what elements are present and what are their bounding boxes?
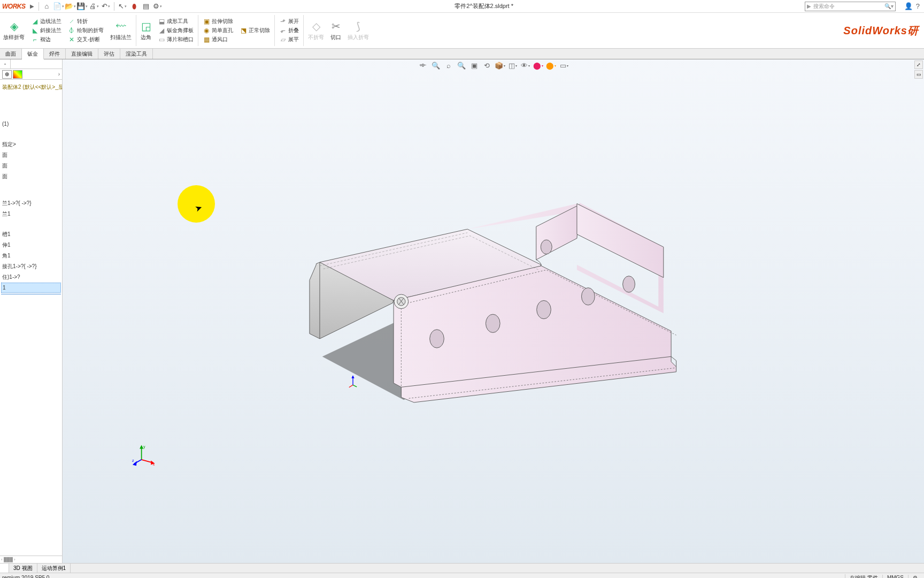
tab-surface[interactable]: 曲面 xyxy=(0,49,22,59)
unfold-button[interactable]: ⬏展开 xyxy=(279,17,299,26)
search-icon: ▶ xyxy=(807,3,811,9)
vent-button[interactable]: ▦通风口 xyxy=(203,35,233,44)
tab-render[interactable]: 渲染工具 xyxy=(120,49,153,59)
expand-icon[interactable]: ⤢ xyxy=(914,60,923,69)
svg-marker-11 xyxy=(351,375,354,378)
swept-flange-button[interactable]: ⬳扫描法兰 xyxy=(107,13,135,48)
svg-text:y: y xyxy=(143,445,145,449)
svg-text:z: z xyxy=(132,459,134,462)
tab-slot-button[interactable]: ▭薄片和槽口 xyxy=(158,35,194,44)
play-icon[interactable]: ▶ xyxy=(28,3,36,9)
tree-item-selected[interactable]: 1 xyxy=(1,283,61,293)
miter-flange-button[interactable]: ◣斜接法兰 xyxy=(31,26,61,35)
btab-model[interactable] xyxy=(0,564,9,573)
view-orientation-icon[interactable]: 📦 xyxy=(495,60,505,70)
side-tab-1[interactable]: ◦ xyxy=(0,59,11,69)
tree-icon[interactable]: ⊕ xyxy=(2,70,12,79)
tree-item[interactable]: 角1 xyxy=(1,250,61,261)
hem-button[interactable]: ⌐褶边 xyxy=(31,35,61,44)
tree-item[interactable]: 面 xyxy=(1,150,61,161)
status-units[interactable]: MMGS xyxy=(882,575,908,578)
svg-marker-15 xyxy=(140,445,143,449)
panel-icon[interactable]: ▭ xyxy=(914,70,923,79)
chevron-right-icon[interactable]: › xyxy=(58,71,60,77)
tree-item[interactable]: 面 xyxy=(1,161,61,171)
jog-button[interactable]: ⟋转折 xyxy=(68,17,104,26)
new-icon[interactable]: 📄 xyxy=(53,1,64,12)
tree-item[interactable]: (1) xyxy=(1,119,61,128)
section-view-icon[interactable]: ▣ xyxy=(469,60,479,70)
watermark: SolidWorks研 xyxy=(843,24,919,38)
hide-show-icon[interactable]: 👁 xyxy=(521,60,530,70)
fold-button[interactable]: ⬐折叠 xyxy=(279,26,299,35)
svg-point-8 xyxy=(623,276,635,292)
3d-viewport[interactable]: ⬲ 🔍 ⌕ 🔍 ▣ ⟲ 📦 ◫ 👁 ⬤ ⬤ ▭ ⤢ ▭ ➤ xyxy=(63,59,924,563)
corner-button[interactable]: ◲边角 xyxy=(137,13,155,48)
triad-icon[interactable]: ⬲ xyxy=(418,60,428,70)
sketched-bend-button[interactable]: ⦽绘制的折弯 xyxy=(68,26,104,35)
zoom-fit-icon[interactable]: 🔍 xyxy=(431,60,441,70)
tab-direct-edit[interactable]: 直接编辑 xyxy=(66,49,98,59)
zoom-area-icon[interactable]: ⌕ xyxy=(444,60,453,70)
config-icon[interactable] xyxy=(13,70,22,79)
tab-weldment[interactable]: 焊件 xyxy=(44,49,66,59)
rebuild-icon[interactable]: ⬮ xyxy=(129,1,140,12)
btab-motion[interactable]: 运动算例1 xyxy=(37,564,71,573)
flatten-button[interactable]: ▱展平 xyxy=(279,35,299,44)
user-icon[interactable]: 👤 xyxy=(904,2,913,10)
save-icon[interactable]: 💾 xyxy=(77,1,88,12)
ribbon: ◈放样折弯 ◢边线法兰 ◣斜接法兰 ⌐褶边 ⟋转折 ⦽绘制的折弯 ✕交叉-折断 … xyxy=(0,13,924,49)
open-icon[interactable]: 📂 xyxy=(65,1,76,12)
help-icon[interactable]: ? xyxy=(916,2,920,10)
normal-cut-button[interactable]: ⬔正常切除 xyxy=(240,26,270,35)
svg-line-13 xyxy=(353,385,357,387)
tree-item[interactable]: 槽1 xyxy=(1,229,61,240)
status-version: remium 2019 SP5.0 xyxy=(2,575,845,578)
svg-point-7 xyxy=(581,288,595,305)
tree-item[interactable]: 伸1 xyxy=(1,240,61,250)
tree-item[interactable]: 面 xyxy=(1,171,61,182)
tree-item[interactable]: 指定> xyxy=(1,139,61,150)
undo-icon[interactable]: ↶ xyxy=(101,1,111,12)
titlebar: WORKS ▶ ⌂ 📄 📂 💾 🖨 ↶ ↖ ⬮ ▤ ⚙ 零件2^装配体2.sld… xyxy=(0,0,924,13)
document-title: 零件2^装配体2.sldprt * xyxy=(164,2,805,10)
tab-sheetmetal[interactable]: 钣金 xyxy=(22,49,44,59)
tree-item[interactable]: 兰1 xyxy=(1,209,61,219)
status-edit-mode: 在编辑 零件 xyxy=(845,574,882,579)
print-icon[interactable]: 🖨 xyxy=(89,1,99,12)
cross-break-button[interactable]: ✕交叉-折断 xyxy=(68,35,104,44)
tree-item[interactable]: 接孔1->?{ ->?} xyxy=(1,261,61,272)
simple-hole-button[interactable]: ◉简单直孔 xyxy=(203,26,233,35)
statusbar: remium 2019 SP5.0 在编辑 零件 MMGS ⚙ xyxy=(0,573,924,578)
dynamic-icon[interactable]: ⟲ xyxy=(482,60,492,70)
feature-tabs: 曲面 钣金 焊件 直接编辑 评估 渲染工具 xyxy=(0,49,924,59)
tab-evaluate[interactable]: 评估 xyxy=(98,49,120,59)
btab-3dview[interactable]: 3D 视图 xyxy=(9,564,37,573)
options-icon[interactable]: ▤ xyxy=(141,1,151,12)
side-scrollbar[interactable]: ‹ ███ › xyxy=(0,556,62,563)
loft-bend-button[interactable]: ◈放样折弯 xyxy=(0,13,28,48)
status-gear-icon[interactable]: ⚙ xyxy=(908,575,922,578)
side-header: ⊕ › xyxy=(0,69,62,80)
select-icon[interactable]: ↖ xyxy=(117,1,128,12)
rip-button[interactable]: ✂切口 xyxy=(327,13,344,48)
search-input[interactable]: ▶ 搜索命令 🔍▾ xyxy=(805,2,896,11)
tree-root[interactable]: 装配体2 (默认<<默认>_显 xyxy=(1,82,61,93)
gusset-button[interactable]: ◢钣金角撑板 xyxy=(158,26,194,35)
viewport-icon[interactable]: ▭ xyxy=(559,60,569,70)
view-side-panel: ⤢ ▭ xyxy=(913,59,924,80)
svg-line-12 xyxy=(349,385,353,387)
scene-icon[interactable]: ⬤ xyxy=(546,60,556,70)
view-toolbar: ⬲ 🔍 ⌕ 🔍 ▣ ⟲ 📦 ◫ 👁 ⬤ ⬤ ▭ xyxy=(418,60,569,70)
forming-tool-button[interactable]: ⬓成形工具 xyxy=(158,17,194,26)
tree-item[interactable]: 住)1->? xyxy=(1,272,61,283)
feature-tree[interactable]: 装配体2 (默认<<默认>_显 (1) 指定> 面 面 面 兰1->?{ ->?… xyxy=(0,80,62,556)
tree-item[interactable]: 兰1->?{ ->?} xyxy=(1,198,61,209)
display-style-icon[interactable]: ◫ xyxy=(508,60,518,70)
appearance-icon[interactable]: ⬤ xyxy=(534,60,543,70)
home-icon[interactable]: ⌂ xyxy=(42,1,52,12)
extrude-cut-button[interactable]: ▣拉伸切除 xyxy=(203,17,233,26)
previous-view-icon[interactable]: 🔍 xyxy=(457,60,466,70)
settings-icon[interactable]: ⚙ xyxy=(152,1,163,12)
edge-flange-button[interactable]: ◢边线法兰 xyxy=(31,17,61,26)
